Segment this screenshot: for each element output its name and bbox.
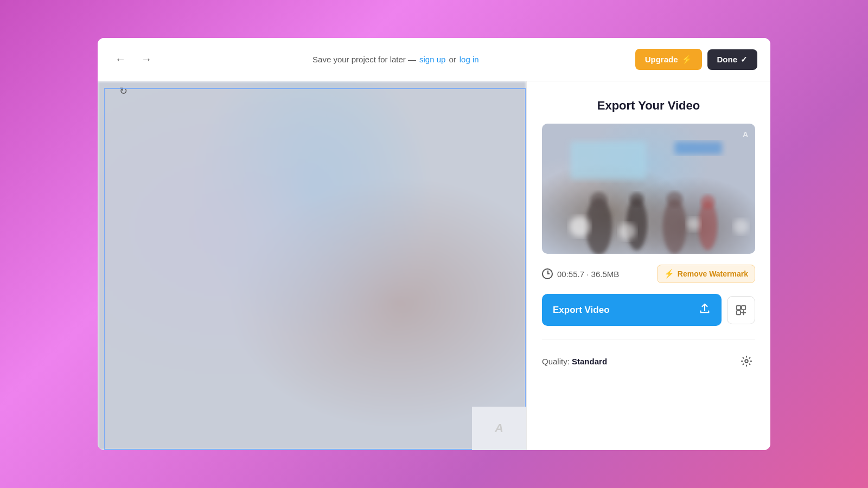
toolbar-right: Upgrade ⚡ Done ✓ — [635, 49, 757, 70]
back-icon: ← — [115, 53, 126, 66]
upgrade-label: Upgrade — [645, 55, 678, 64]
export-panel: Export Your Video — [526, 81, 770, 450]
svg-rect-1 — [675, 142, 722, 155]
video-preview: ↻ A — [98, 81, 526, 450]
quality-text: Quality: Standard — [542, 357, 607, 366]
svg-point-7 — [667, 191, 683, 208]
quality-row: Quality: Standard — [542, 352, 755, 370]
signup-link[interactable]: sign up — [419, 55, 445, 64]
video-duration: 00:55.7 · 36.5MB — [542, 268, 619, 279]
clock-icon — [542, 268, 553, 279]
remove-watermark-button[interactable]: ⚡ Remove Watermark — [657, 265, 755, 283]
upload-icon — [699, 303, 711, 317]
done-label: Done — [717, 55, 738, 64]
thumbnail-watermark: A — [743, 130, 749, 139]
svg-point-17 — [745, 359, 748, 363]
forward-icon: → — [141, 53, 152, 66]
quality-label: Quality: — [542, 357, 570, 366]
svg-rect-14 — [737, 305, 741, 309]
export-video-label: Export Video — [553, 305, 610, 316]
export-video-button[interactable]: Export Video — [542, 294, 722, 326]
toolbar: ← → Save your project for later — sign u… — [98, 38, 770, 81]
toolbar-left: ← → — [111, 50, 156, 69]
remove-watermark-label: Remove Watermark — [678, 269, 748, 278]
export-actions: Export Video — [542, 294, 755, 326]
quality-value-text: Standard — [572, 357, 607, 366]
duration-text: 00:55.7 · 36.5MB — [557, 269, 619, 279]
quality-settings-button[interactable] — [738, 352, 755, 370]
svg-point-12 — [687, 217, 700, 230]
svg-point-13 — [733, 219, 749, 234]
svg-point-10 — [570, 216, 590, 237]
svg-point-3 — [590, 192, 607, 209]
bolt-icon: ⚡ — [664, 269, 674, 279]
watermark-strip: A — [472, 407, 526, 450]
svg-rect-0 — [570, 142, 646, 179]
login-link[interactable]: log in — [459, 55, 479, 64]
main-content: ↻ A Export Your Video — [98, 81, 770, 450]
app-container: ← → Save your project for later — sign u… — [98, 38, 770, 450]
done-button[interactable]: Done ✓ — [707, 49, 758, 70]
share-button[interactable] — [727, 296, 755, 324]
svg-point-5 — [630, 192, 644, 207]
forward-button[interactable]: → — [137, 50, 156, 69]
video-thumbnail: A — [542, 124, 755, 254]
video-selection-box — [104, 88, 526, 450]
lightning-icon: ⚡ — [681, 54, 692, 65]
svg-rect-16 — [737, 310, 741, 314]
svg-point-11 — [618, 223, 635, 240]
share-icon — [735, 304, 747, 316]
video-info-row: 00:55.7 · 36.5MB ⚡ Remove Watermark — [542, 265, 755, 283]
export-title: Export Your Video — [542, 99, 755, 113]
back-button[interactable]: ← — [111, 50, 130, 69]
svg-rect-15 — [742, 305, 745, 309]
divider — [542, 339, 755, 339]
thumbnail-svg — [542, 124, 755, 254]
watermark-logo: A — [495, 421, 503, 435]
svg-point-9 — [701, 195, 715, 209]
upgrade-button[interactable]: Upgrade ⚡ — [635, 49, 702, 70]
toolbar-center: Save your project for later — sign up or… — [312, 55, 479, 64]
thumbnail-image — [542, 124, 755, 254]
or-text: or — [449, 55, 456, 64]
settings-icon — [741, 355, 752, 367]
checkmark-icon: ✓ — [741, 55, 748, 65]
save-text: Save your project for later — — [312, 55, 416, 64]
